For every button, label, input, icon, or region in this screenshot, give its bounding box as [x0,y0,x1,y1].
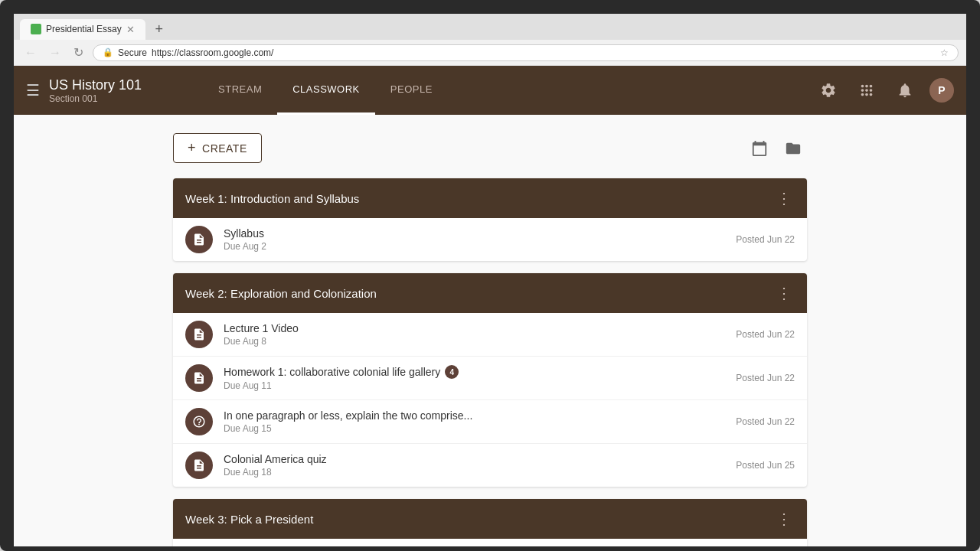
browser-chrome: Presidential Essay ✕ + ← → ↻ 🔒 Secure ht… [14,14,966,66]
assignment-due-date: Due Aug 11 [224,380,724,391]
assignment-row[interactable]: Colonial America quiz Due Aug 18 Posted … [173,444,807,487]
assignment-posted-date: Posted Jun 22 [736,329,795,340]
tab-label: Presidential Essay [46,24,122,34]
course-title-block: US History 101 Section 001 [49,77,142,104]
assignment-type-icon [185,452,213,479]
assignment-posted-date: Posted Jun 22 [736,416,795,427]
new-tab-button[interactable]: + [149,18,170,40]
main-content: + CREATE We [161,115,819,546]
assignment-row[interactable]: Exit ticket: describe one difference bet… [173,539,807,546]
assignment-due-date: Due Aug 8 [224,336,724,347]
week-title: Week 3: Pick a President [185,513,313,526]
assignment-row[interactable]: Homework 1: collaborative colonial life … [173,357,807,400]
assignment-info: Homework 1: collaborative colonial life … [224,365,724,391]
notifications-button[interactable] [891,77,919,104]
assignment-type-icon [185,408,213,435]
nav-classwork[interactable]: CLASSWORK [277,66,375,115]
assignment-type-icon [185,364,213,392]
forward-button[interactable]: → [46,44,64,61]
assignment-posted-date: Posted Jun 22 [736,373,795,383]
week-menu-button[interactable]: ⋮ [773,282,795,304]
url-address: https://classroom.google.com/ [152,47,273,58]
gc-header: ☰ US History 101 Section 001 STREAM CLAS… [14,66,966,115]
bookmark-icon[interactable]: ☆ [940,47,949,58]
assignment-title: Lecture 1 Video [224,322,724,334]
week-title: Week 2: Exploration and Colonization [185,287,377,300]
week-section: Week 3: Pick a President ⋮ Exit ticket: … [173,499,807,546]
weeks-container: Week 1: Introduction and Syllabus ⋮ Syll… [173,178,807,546]
toolbar-icons [746,135,807,162]
week-title: Week 1: Introduction and Syllabus [185,192,359,205]
tab-favicon [31,24,41,34]
reload-button[interactable]: ↻ [70,44,87,61]
assignment-row[interactable]: Lecture 1 Video Due Aug 8 Posted Jun 22 [173,313,807,357]
nav-stream[interactable]: STREAM [203,66,277,115]
week-header: Week 2: Exploration and Colonization ⋮ [173,273,807,313]
assignment-type-icon [185,321,213,348]
page-container: ☰ US History 101 Section 001 STREAM CLAS… [14,66,966,546]
assignment-due-date: Due Aug 2 [224,241,724,252]
assignment-title: In one paragraph or less, explain the tw… [224,409,724,422]
assignment-info: Colonial America quiz Due Aug 18 [224,453,724,478]
settings-button[interactable] [815,77,842,104]
assignment-title: Homework 1: collaborative colonial life … [224,365,724,379]
nav-people[interactable]: PEOPLE [375,66,448,115]
assignment-info: In one paragraph or less, explain the tw… [224,409,724,434]
create-button[interactable]: + CREATE [173,133,262,163]
week-section: Week 2: Exploration and Colonization ⋮ L… [173,273,807,487]
course-subtitle: Section 001 [49,93,142,104]
assignment-info: Syllabus Due Aug 2 [224,227,724,252]
apps-button[interactable] [853,77,880,104]
assignment-row[interactable]: In one paragraph or less, explain the tw… [173,400,807,444]
header-actions: P [815,77,954,104]
plus-icon: + [188,140,196,156]
assignment-row[interactable]: Syllabus Due Aug 2 Posted Jun 22 [173,218,807,261]
create-label: CREATE [202,142,247,155]
browser-tab[interactable]: Presidential Essay ✕ [20,19,145,40]
assignment-due-date: Due Aug 15 [224,423,724,434]
week-section: Week 1: Introduction and Syllabus ⋮ Syll… [173,178,807,261]
hamburger-menu-icon[interactable]: ☰ [26,81,40,99]
assignment-posted-date: Posted Jun 25 [736,460,795,471]
tab-close-button[interactable]: ✕ [126,24,135,35]
attachment-count-badge: 4 [445,365,459,379]
back-button[interactable]: ← [21,44,40,61]
folder-view-button[interactable] [779,135,807,162]
address-bar: ← → ↻ 🔒 Secure https://classroom.google.… [14,40,966,66]
assignment-title: Colonial America quiz [224,453,724,465]
week-menu-button[interactable]: ⋮ [773,187,795,209]
week-menu-button[interactable]: ⋮ [773,508,795,530]
classwork-toolbar: + CREATE [173,133,807,163]
assignment-type-icon [185,226,213,253]
course-title: US History 101 [49,77,142,93]
week-header: Week 3: Pick a President ⋮ [173,499,807,539]
monitor: Presidential Essay ✕ + ← → ↻ 🔒 Secure ht… [0,0,980,551]
assignment-title: Syllabus [224,227,724,240]
user-avatar[interactable]: P [929,78,954,103]
url-bar[interactable]: 🔒 Secure https://classroom.google.com/ ☆ [93,44,959,61]
week-header: Week 1: Introduction and Syllabus ⋮ [173,178,807,218]
calendar-view-button[interactable] [746,135,773,162]
secure-label: Secure [118,47,147,58]
assignment-posted-date: Posted Jun 22 [736,234,795,245]
secure-icon: 🔒 [103,47,113,57]
tab-bar: Presidential Essay ✕ + [14,14,966,40]
assignment-info: Lecture 1 Video Due Aug 8 [224,322,724,347]
assignment-due-date: Due Aug 18 [224,467,724,478]
main-nav: STREAM CLASSWORK PEOPLE [203,66,448,115]
